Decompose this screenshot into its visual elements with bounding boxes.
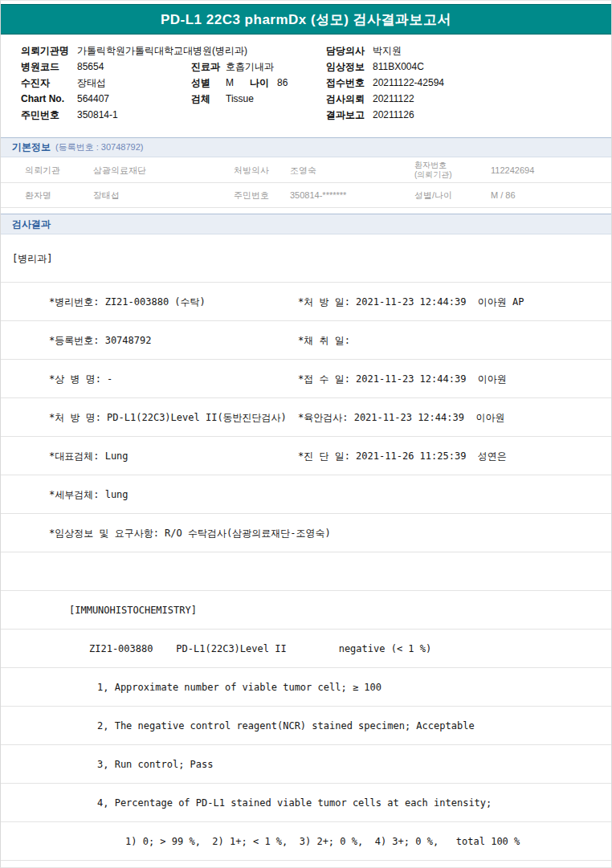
report-line-text: *등록번호: 30748792 [49, 333, 151, 347]
field-value: 장태섭 [77, 77, 106, 88]
field-label: 병원코드 [21, 59, 77, 75]
patient-header-right-column: 담당의사박지원 임상정보811BX004C 접수번호20211122-42594… [326, 43, 444, 123]
field-label: 검체 [191, 91, 226, 107]
report-page: PD-L1 22C3 pharmDx (성모) 검사결과보고서 의뢰기관명가톨릭… [0, 0, 612, 868]
field-value: 삼광의료재단 [93, 165, 146, 177]
field-request-date: 검사의뢰20211122 [326, 91, 444, 107]
table-row: 환자명 장태섭 주민번호 350814-******* 성별/나이 M / 86 [1, 183, 611, 208]
report-line: 2, The negative control reagent(NCR) sta… [1, 707, 611, 745]
report-line: *상 병 명: - *접 수 일: 2021-11-23 12:44:39 이아… [1, 360, 611, 398]
field-value: 86 [277, 77, 288, 88]
field-label: 접수번호 [326, 75, 373, 91]
field-value: M / 86 [491, 190, 516, 200]
report-line: 1, Approximate number of viable tumor ce… [1, 668, 611, 707]
report-line-right-text: *접 수 일: 2021-11-23 12:44:39 이아원 [298, 372, 507, 385]
report-line-text: *세부검체: lung [49, 487, 129, 501]
section-title: 검사결과 [12, 218, 51, 231]
field-label: 검사의뢰 [326, 91, 373, 107]
report-line-text: 3, Run control; Pass [97, 759, 214, 770]
field-sex-age: 성별M나이86 [191, 75, 288, 91]
field-label: 주민번호 [21, 107, 77, 123]
report-line-text: [IMMUNOHISTOCHEMISTRY] [69, 605, 197, 616]
table-row: 의뢰기관 삼광의료재단 처방의사 조영숙 환자번호 (의뢰기관) 1122426… [1, 158, 611, 183]
field-label: 주민번호 [234, 189, 269, 202]
field-value: 20211122-42594 [373, 77, 444, 88]
report-line-text: 4, Percentage of PD-L1 stained viable tu… [97, 797, 492, 809]
field-value: M [226, 75, 250, 91]
field-report-date: 결과보고20211126 [326, 107, 444, 123]
field-value: 조영숙 [290, 165, 316, 177]
field-label: 환자번호 (의뢰기관) [414, 161, 452, 180]
report-line [1, 552, 611, 591]
report-line-right-text: *채 취 일: [298, 333, 350, 347]
report-line-text: *처 방 명: PD-L1(22C3)Level II(동반진단검사) [49, 410, 287, 424]
report-line-right-text: *처 방 일: 2021-11-23 12:44:39 이아원 AP [298, 295, 524, 308]
report-body: [병리과] *병리번호: ZI21-003880 (수탁) *처 방 일: 20… [1, 234, 611, 861]
field-department: 진료과호흡기내과 [191, 59, 288, 75]
field-label: 담당의사 [326, 43, 373, 59]
report-line: 1) 0; > 99 %, 2) 1+; < 1 %, 3) 2+; 0 %, … [1, 822, 611, 861]
section-test-results: 검사결과 [1, 214, 611, 234]
report-line-text: *병리번호: ZI21-003880 (수탁) [49, 295, 206, 308]
field-value: 박지원 [373, 45, 402, 56]
field-value: 호흡기내과 [226, 61, 274, 72]
report-title-bar: PD-L1 22C3 pharmDx (성모) 검사결과보고서 [1, 4, 611, 35]
field-clinical-info: 임상정보811BX004C [326, 59, 444, 75]
field-value: 811BX004C [373, 61, 424, 72]
field-label-line1: 환자번호 [414, 161, 452, 170]
report-line-text: *임상정보 및 요구사항: R/O 수탁검사(삼광의료재단-조영숙) [49, 526, 331, 540]
field-value: 350814-******* [290, 190, 346, 200]
field-value: 85654 [77, 61, 104, 72]
report-line: [IMMUNOHISTOCHEMISTRY] [1, 591, 611, 630]
field-value: 장태섭 [93, 189, 120, 202]
page-title: PD-L1 22C3 pharmDx (성모) 검사결과보고서 [161, 10, 451, 29]
report-line: *처 방 명: PD-L1(22C3)Level II(동반진단검사) *육안검… [1, 398, 611, 437]
basic-info-table: 의뢰기관 삼광의료재단 처방의사 조영숙 환자번호 (의뢰기관) 1122426… [1, 158, 611, 208]
field-value: 20211122 [373, 93, 414, 104]
field-label: 임상정보 [326, 59, 373, 75]
field-value: 350814-1 [77, 109, 118, 120]
section-registration-note: (등록번호 : 30748792) [55, 141, 143, 153]
field-value: Tissue [226, 93, 254, 104]
report-line-text: 1) 0; > 99 %, 2) 1+; < 1 %, 3) 2+; 0 %, … [125, 836, 520, 847]
section-basic-info: 기본정보 (등록번호 : 30748792) [1, 137, 611, 157]
report-line: *등록번호: 30748792 *채 취 일: [1, 321, 611, 360]
field-label-line2: (의뢰기관) [414, 170, 452, 180]
report-line: ZI21-003880 PD-L1(22C3)Level II negative… [1, 630, 611, 668]
report-line-text: 1, Approximate number of viable tumor ce… [97, 682, 381, 693]
field-label: 성별/나이 [414, 189, 452, 202]
field-label: 진료과 [191, 59, 226, 75]
field-label: Chart No. [21, 91, 77, 107]
section-title: 기본정보 [12, 141, 51, 154]
report-line: 4, Percentage of PD-L1 stained viable tu… [1, 784, 611, 822]
field-label: 성별 [191, 75, 226, 91]
spacer [191, 43, 288, 59]
report-line-text: *대표검체: Lung [49, 449, 129, 463]
report-line: *임상정보 및 요구사항: R/O 수탁검사(삼광의료재단-조영숙) [1, 514, 611, 552]
field-resident-id: 주민번호350814-1 [21, 107, 247, 123]
report-line: [병리과] [1, 234, 611, 283]
report-line: *대표검체: Lung *진 단 일: 2021-11-26 11:25:39 … [1, 437, 611, 475]
patient-header-middle-column: 진료과호흡기내과 성별M나이86 검체Tissue [191, 43, 288, 107]
field-label: 수진자 [21, 75, 77, 91]
field-value: 20211126 [373, 109, 414, 120]
report-line-text: [병리과] [12, 251, 52, 265]
field-label: 나이 [250, 75, 277, 91]
field-label: 결과보고 [326, 107, 373, 123]
field-label: 환자명 [25, 189, 51, 202]
report-line-right-text: *육안검사: 2021-11-23 12:44:39 이아원 [298, 410, 504, 424]
field-accession-no: 접수번호20211122-42594 [326, 75, 444, 91]
field-value: 564407 [77, 93, 109, 104]
report-line-text: ZI21-003880 PD-L1(22C3)Level II negative… [89, 643, 431, 654]
field-value: 112242694 [491, 165, 534, 175]
field-label: 처방의사 [234, 165, 269, 177]
report-line-right-text: *진 단 일: 2021-11-26 11:25:39 성연은 [298, 449, 507, 463]
field-label: 의뢰기관 [25, 165, 60, 177]
report-line-text: *상 병 명: - [49, 372, 112, 385]
field-specimen: 검체Tissue [191, 91, 288, 107]
report-line: *병리번호: ZI21-003880 (수탁) *처 방 일: 2021-11-… [1, 283, 611, 321]
patient-header: 의뢰기관명가톨릭학원가톨릭대학교대병원(병리과) 병원코드85654 수진자장태… [1, 41, 611, 135]
report-line-text: 2, The negative control reagent(NCR) sta… [97, 720, 475, 731]
report-line: 3, Run control; Pass [1, 745, 611, 784]
field-label: 의뢰기관명 [21, 43, 77, 59]
